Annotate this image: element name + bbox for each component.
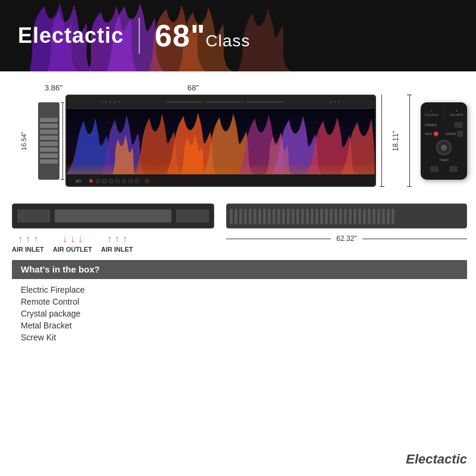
- footer-brand: Electactic: [406, 452, 467, 467]
- width-label: 68": [187, 83, 199, 92]
- air-inlet-left: ↑ ↑ ↑ AIR INLET: [12, 234, 44, 253]
- flame-display: [67, 109, 375, 174]
- box-item-4: Metal Bracket: [21, 321, 458, 330]
- remote-control: × COLOR A ✕ COLOR B DIMMER: [421, 102, 467, 180]
- box-section: What's in the box? Electric Fireplace Re…: [12, 260, 467, 348]
- bottom-views-section: ↑ ↑ ↑ AIR INLET ↓ ↓ ↓ AIR OUTLET: [12, 203, 467, 253]
- box-item-3: Crystal package: [21, 309, 458, 318]
- header-brand: Electactic: [18, 23, 124, 48]
- air-outlet-label: AIR OUTLET: [53, 246, 92, 253]
- box-item-5: Screw Kit: [21, 333, 458, 342]
- back-bottom-view: 62.32": [226, 203, 467, 243]
- main-content: 3.86" 68" 16.54": [0, 71, 476, 476]
- box-header-text: What's in the box?: [21, 264, 100, 274]
- header-banner: Electactic 68"Class: [0, 0, 476, 71]
- air-inlet-right: ↑ ↑ ↑ AIR INLET: [101, 234, 133, 253]
- front-bottom-view: ↑ ↑ ↑ AIR INLET ↓ ↓ ↓ AIR OUTLET: [12, 203, 214, 253]
- fireplace-main: 80: [65, 95, 376, 187]
- header-size: 68"Class: [155, 18, 250, 54]
- box-items-list: Electric Fireplace Remote Control Crysta…: [12, 279, 467, 348]
- height-unit-label: 16.54": [20, 129, 27, 153]
- box-header: What's in the box?: [12, 260, 467, 279]
- air-outlet: ↓ ↓ ↓ AIR OUTLET: [53, 234, 92, 253]
- dimensions-section: 3.86" 68" 16.54": [12, 83, 467, 193]
- height-total-label: 18.11": [392, 130, 400, 151]
- air-inlet2-label: AIR INLET: [101, 246, 133, 253]
- bottom-width-label: 62.32": [333, 234, 359, 243]
- header-divider: [139, 18, 140, 54]
- box-item-1: Electric Fireplace: [21, 285, 458, 295]
- depth-label: 3.86": [45, 83, 62, 92]
- box-item-2: Remote Control: [21, 297, 458, 306]
- air-inlet-label: AIR INLET: [12, 246, 44, 253]
